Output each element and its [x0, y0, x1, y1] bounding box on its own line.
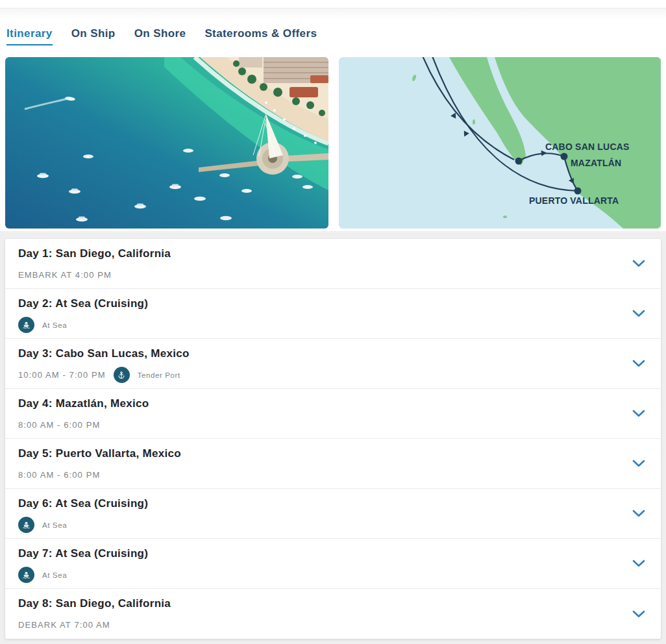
tab-staterooms-offers[interactable]: Staterooms & Offers	[204, 27, 317, 45]
chevron-down-icon[interactable]	[632, 610, 645, 618]
day-badge-label: Tender Port	[138, 371, 180, 379]
day-time: 8:00 AM - 6:00 PM	[18, 470, 100, 480]
day-time: 8:00 AM - 6:00 PM	[18, 420, 100, 430]
itinerary-day-row[interactable]: Day 7: At Sea (Cruising) At Sea	[5, 539, 661, 589]
map-port-label: CABO SAN LUCAS	[545, 142, 630, 152]
day-sub: At Sea	[18, 317, 67, 333]
day-badge-label: At Sea	[42, 321, 67, 329]
day-title: Day 2: At Sea (Cruising)	[18, 297, 148, 310]
day-badge-label: At Sea	[42, 571, 67, 579]
day-sub: EMBARK AT 4:00 PM	[18, 267, 112, 283]
ship-icon	[18, 567, 34, 583]
day-sub: At Sea	[18, 567, 67, 583]
day-title: Day 5: Puerto Vallarta, Mexico	[18, 447, 181, 460]
chevron-down-icon[interactable]	[632, 510, 645, 517]
tab-on-shore[interactable]: On Shore	[134, 27, 186, 45]
itinerary-day-row[interactable]: Day 8: San Diego, California DEBARK AT 7…	[5, 589, 661, 639]
tab-itinerary[interactable]: Itinerary	[6, 27, 53, 45]
chevron-down-icon[interactable]	[632, 310, 645, 317]
itinerary-day-row[interactable]: Day 2: At Sea (Cruising) At Sea	[5, 289, 661, 339]
itinerary-day-row[interactable]: Day 1: San Diego, California EMBARK AT 4…	[5, 239, 661, 289]
ship-icon	[18, 317, 34, 333]
day-time: 10:00 AM - 7:00 PM	[18, 370, 106, 380]
map-port-label: MAZATLÁN	[571, 158, 621, 168]
itinerary-list: Day 1: San Diego, California EMBARK AT 4…	[5, 239, 661, 639]
page-header-strip	[0, 0, 666, 8]
day-title: Day 3: Cabo San Lucas, Mexico	[18, 347, 190, 360]
day-title: Day 4: Mazatlán, Mexico	[18, 397, 149, 410]
day-sub: 8:00 AM - 6:00 PM	[18, 417, 100, 433]
itinerary-day-row[interactable]: Day 4: Mazatlán, Mexico 8:00 AM - 6:00 P…	[5, 389, 661, 439]
itinerary-map: CABO SAN LUCAS MAZATLÁN PUERTO VALLARTA	[339, 57, 661, 229]
day-sub: At Sea	[18, 517, 67, 533]
chevron-down-icon[interactable]	[632, 360, 645, 367]
itinerary-day-row[interactable]: Day 5: Puerto Vallarta, Mexico 8:00 AM -…	[5, 439, 661, 489]
chevron-down-icon[interactable]	[632, 460, 645, 467]
itinerary-section: Day 1: San Diego, California EMBARK AT 4…	[0, 231, 666, 644]
beach-aerial-illustration	[5, 57, 328, 229]
ship-icon	[18, 517, 34, 533]
day-sub: DEBARK AT 7:00 AM	[18, 617, 110, 633]
day-title: Day 1: San Diego, California	[18, 247, 171, 260]
day-sub: 10:00 AM - 7:00 PMTender Port	[18, 367, 180, 383]
tab-on-ship[interactable]: On Ship	[71, 27, 116, 45]
day-title: Day 7: At Sea (Cruising)	[18, 547, 148, 560]
itinerary-day-row[interactable]: Day 3: Cabo San Lucas, Mexico 10:00 AM -…	[5, 339, 661, 389]
chevron-down-icon[interactable]	[632, 410, 645, 417]
day-badge-label: At Sea	[42, 521, 67, 529]
anchor-icon	[114, 367, 130, 383]
chevron-down-icon[interactable]	[632, 560, 645, 567]
media-row: CABO SAN LUCAS MAZATLÁN PUERTO VALLARTA	[5, 57, 661, 229]
section-tabs: Itinerary On Ship On Shore Staterooms & …	[6, 27, 317, 45]
day-note: DEBARK AT 7:00 AM	[18, 620, 110, 630]
itinerary-accordion-card: Day 1: San Diego, California EMBARK AT 4…	[5, 239, 661, 639]
itinerary-day-row[interactable]: Day 6: At Sea (Cruising) At Sea	[5, 489, 661, 539]
chevron-down-icon[interactable]	[632, 260, 645, 267]
route-map-illustration: CABO SAN LUCAS MAZATLÁN PUERTO VALLARTA	[339, 57, 661, 229]
destination-photo	[5, 57, 328, 229]
day-title: Day 6: At Sea (Cruising)	[18, 497, 148, 510]
map-port-label: PUERTO VALLARTA	[529, 195, 619, 206]
day-note: EMBARK AT 4:00 PM	[18, 270, 112, 280]
header-shadow	[0, 8, 666, 19]
day-sub: 8:00 AM - 6:00 PM	[18, 467, 100, 483]
day-title: Day 8: San Diego, California	[18, 597, 171, 610]
